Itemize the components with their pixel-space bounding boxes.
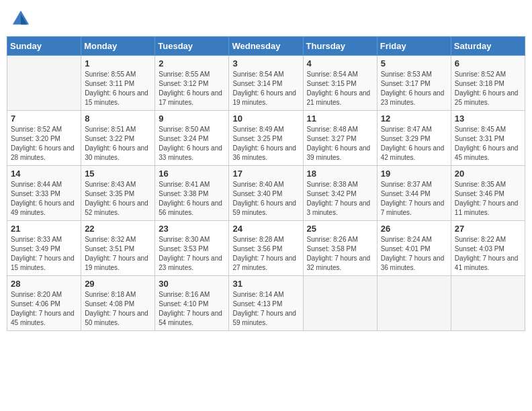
day-info: Sunrise: 8:26 AMSunset: 3:58 PMDaylight:…	[307, 235, 373, 273]
day-number: 9	[159, 113, 225, 124]
day-info: Sunrise: 8:28 AMSunset: 3:56 PMDaylight:…	[232, 235, 299, 273]
day-cell: 12Sunrise: 8:47 AMSunset: 3:29 PMDayligh…	[377, 111, 451, 166]
day-number: 18	[307, 169, 373, 179]
day-number: 6	[455, 58, 521, 68]
day-cell: 30Sunrise: 8:16 AMSunset: 4:10 PMDayligh…	[155, 276, 229, 331]
day-number: 22	[85, 224, 151, 234]
day-number: 2	[159, 58, 225, 68]
day-info: Sunrise: 8:48 AMSunset: 3:27 PMDaylight:…	[307, 125, 373, 163]
day-number: 5	[381, 58, 447, 68]
day-header-tuesday: Tuesday	[155, 37, 229, 56]
day-cell: 5Sunrise: 8:53 AMSunset: 3:17 PMDaylight…	[377, 56, 451, 111]
day-info: Sunrise: 8:55 AMSunset: 3:12 PMDaylight:…	[159, 70, 225, 107]
week-row-4: 21Sunrise: 8:33 AMSunset: 3:49 PMDayligh…	[7, 221, 525, 276]
day-info: Sunrise: 8:35 AMSunset: 3:46 PMDaylight:…	[455, 180, 521, 218]
day-header-saturday: Saturday	[451, 37, 525, 56]
day-number: 21	[11, 224, 77, 234]
day-info: Sunrise: 8:18 AMSunset: 4:08 PMDaylight:…	[85, 290, 151, 328]
day-cell: 11Sunrise: 8:48 AMSunset: 3:27 PMDayligh…	[303, 111, 377, 166]
calendar-table: SundayMondayTuesdayWednesdayThursdayFrid…	[7, 36, 525, 331]
day-info: Sunrise: 8:55 AMSunset: 3:11 PMDaylight:…	[85, 70, 151, 107]
day-cell: 22Sunrise: 8:32 AMSunset: 3:51 PMDayligh…	[81, 221, 155, 276]
day-cell: 25Sunrise: 8:26 AMSunset: 3:58 PMDayligh…	[303, 221, 377, 276]
day-cell: 17Sunrise: 8:40 AMSunset: 3:40 PMDayligh…	[229, 166, 303, 221]
day-cell: 7Sunrise: 8:52 AMSunset: 3:20 PMDaylight…	[7, 111, 81, 166]
day-number: 19	[381, 169, 447, 179]
day-number: 13	[455, 113, 521, 124]
day-cell: 24Sunrise: 8:28 AMSunset: 3:56 PMDayligh…	[229, 221, 303, 276]
day-cell: 28Sunrise: 8:20 AMSunset: 4:06 PMDayligh…	[7, 276, 81, 331]
week-row-1: 1Sunrise: 8:55 AMSunset: 3:11 PMDaylight…	[7, 56, 525, 111]
week-row-3: 14Sunrise: 8:44 AMSunset: 3:33 PMDayligh…	[7, 166, 525, 221]
day-info: Sunrise: 8:24 AMSunset: 4:01 PMDaylight:…	[381, 235, 447, 273]
day-number: 30	[159, 279, 225, 289]
day-cell: 16Sunrise: 8:41 AMSunset: 3:38 PMDayligh…	[155, 166, 229, 221]
day-header-friday: Friday	[377, 37, 451, 56]
day-number: 1	[85, 58, 151, 68]
day-info: Sunrise: 8:16 AMSunset: 4:10 PMDaylight:…	[159, 290, 225, 328]
day-cell: 15Sunrise: 8:43 AMSunset: 3:35 PMDayligh…	[81, 166, 155, 221]
day-cell	[7, 56, 81, 111]
day-info: Sunrise: 8:41 AMSunset: 3:38 PMDaylight:…	[159, 180, 225, 218]
day-number: 3	[232, 58, 299, 68]
day-cell: 31Sunrise: 8:14 AMSunset: 4:13 PMDayligh…	[229, 276, 303, 331]
day-cell: 10Sunrise: 8:49 AMSunset: 3:25 PMDayligh…	[229, 111, 303, 166]
day-header-thursday: Thursday	[303, 37, 377, 56]
day-number: 29	[85, 279, 151, 289]
day-info: Sunrise: 8:47 AMSunset: 3:29 PMDaylight:…	[381, 125, 447, 163]
day-number: 7	[11, 113, 77, 124]
day-cell: 14Sunrise: 8:44 AMSunset: 3:33 PMDayligh…	[7, 166, 81, 221]
day-number: 23	[159, 224, 225, 234]
day-cell: 8Sunrise: 8:51 AMSunset: 3:22 PMDaylight…	[81, 111, 155, 166]
day-info: Sunrise: 8:49 AMSunset: 3:25 PMDaylight:…	[232, 125, 299, 163]
day-info: Sunrise: 8:22 AMSunset: 4:03 PMDaylight:…	[455, 235, 521, 273]
day-cell: 1Sunrise: 8:55 AMSunset: 3:11 PMDaylight…	[81, 56, 155, 111]
day-header-monday: Monday	[81, 37, 155, 56]
day-info: Sunrise: 8:32 AMSunset: 3:51 PMDaylight:…	[85, 235, 151, 273]
day-info: Sunrise: 8:45 AMSunset: 3:31 PMDaylight:…	[455, 125, 521, 163]
day-number: 8	[85, 113, 151, 124]
day-cell: 23Sunrise: 8:30 AMSunset: 3:53 PMDayligh…	[155, 221, 229, 276]
day-info: Sunrise: 8:44 AMSunset: 3:33 PMDaylight:…	[11, 180, 77, 218]
day-cell: 21Sunrise: 8:33 AMSunset: 3:49 PMDayligh…	[7, 221, 81, 276]
day-number: 27	[455, 224, 521, 234]
day-number: 24	[232, 224, 299, 234]
day-cell: 18Sunrise: 8:38 AMSunset: 3:42 PMDayligh…	[303, 166, 377, 221]
day-cell: 19Sunrise: 8:37 AMSunset: 3:44 PMDayligh…	[377, 166, 451, 221]
day-info: Sunrise: 8:51 AMSunset: 3:22 PMDaylight:…	[85, 125, 151, 163]
day-number: 31	[232, 279, 299, 289]
week-row-5: 28Sunrise: 8:20 AMSunset: 4:06 PMDayligh…	[7, 276, 525, 331]
header-row: SundayMondayTuesdayWednesdayThursdayFrid…	[7, 37, 525, 56]
day-number: 17	[232, 169, 299, 179]
day-info: Sunrise: 8:52 AMSunset: 3:20 PMDaylight:…	[11, 125, 77, 163]
header	[7, 7, 525, 31]
day-cell: 4Sunrise: 8:54 AMSunset: 3:15 PMDaylight…	[303, 56, 377, 111]
day-number: 10	[232, 113, 299, 124]
logo-icon	[11, 9, 30, 28]
day-info: Sunrise: 8:38 AMSunset: 3:42 PMDaylight:…	[307, 180, 373, 218]
day-number: 26	[381, 224, 447, 234]
day-info: Sunrise: 8:33 AMSunset: 3:49 PMDaylight:…	[11, 235, 77, 273]
day-info: Sunrise: 8:52 AMSunset: 3:18 PMDaylight:…	[455, 70, 521, 107]
day-number: 12	[381, 113, 447, 124]
day-number: 28	[11, 279, 77, 289]
day-info: Sunrise: 8:14 AMSunset: 4:13 PMDaylight:…	[232, 290, 299, 328]
day-info: Sunrise: 8:54 AMSunset: 3:14 PMDaylight:…	[232, 70, 299, 107]
day-cell: 13Sunrise: 8:45 AMSunset: 3:31 PMDayligh…	[451, 111, 525, 166]
day-cell	[303, 276, 377, 331]
day-cell: 27Sunrise: 8:22 AMSunset: 4:03 PMDayligh…	[451, 221, 525, 276]
day-cell: 26Sunrise: 8:24 AMSunset: 4:01 PMDayligh…	[377, 221, 451, 276]
day-number: 20	[455, 169, 521, 179]
day-cell: 20Sunrise: 8:35 AMSunset: 3:46 PMDayligh…	[451, 166, 525, 221]
logo	[11, 9, 31, 28]
day-cell: 29Sunrise: 8:18 AMSunset: 4:08 PMDayligh…	[81, 276, 155, 331]
day-cell	[451, 276, 525, 331]
day-cell: 6Sunrise: 8:52 AMSunset: 3:18 PMDaylight…	[451, 56, 525, 111]
day-cell	[377, 276, 451, 331]
day-cell: 3Sunrise: 8:54 AMSunset: 3:14 PMDaylight…	[229, 56, 303, 111]
day-number: 14	[11, 169, 77, 179]
day-info: Sunrise: 8:53 AMSunset: 3:17 PMDaylight:…	[381, 70, 447, 107]
day-cell: 9Sunrise: 8:50 AMSunset: 3:24 PMDaylight…	[155, 111, 229, 166]
day-info: Sunrise: 8:43 AMSunset: 3:35 PMDaylight:…	[85, 180, 151, 218]
day-info: Sunrise: 8:30 AMSunset: 3:53 PMDaylight:…	[159, 235, 225, 273]
